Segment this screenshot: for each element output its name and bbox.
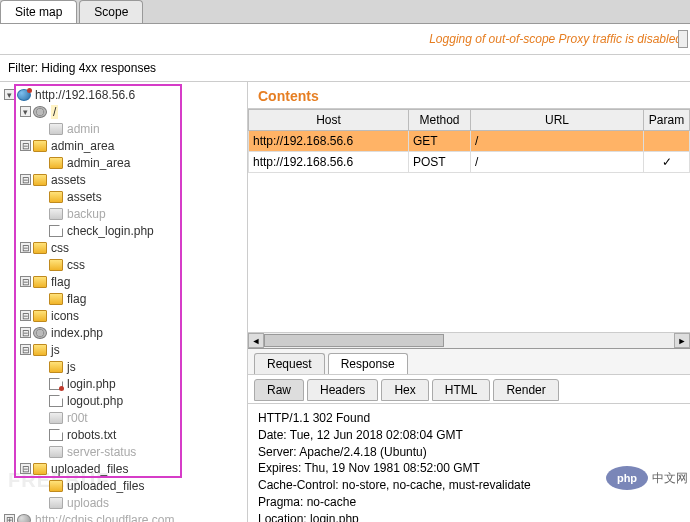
folder-icon: [49, 480, 63, 492]
tree-item[interactable]: ▾http://192.168.56.6: [4, 86, 247, 103]
tree-item[interactable]: robots.txt: [4, 426, 247, 443]
col-params[interactable]: Param: [644, 110, 690, 131]
tab-request[interactable]: Request: [254, 353, 325, 374]
tree-item[interactable]: server-status: [4, 443, 247, 460]
contents-title: Contents: [248, 82, 690, 109]
tree-toggle-spacer: [36, 412, 47, 423]
tree-item[interactable]: uploads: [4, 494, 247, 511]
filter-bar[interactable]: Filter: Hiding 4xx responses: [0, 55, 690, 82]
tree-item[interactable]: ⊟flag: [4, 273, 247, 290]
tree-toggle-spacer: [36, 446, 47, 457]
tree-toggle-icon[interactable]: ⊟: [20, 310, 31, 321]
tree-item[interactable]: ⊟assets: [4, 171, 247, 188]
cell-url: /: [471, 152, 644, 173]
tree-item[interactable]: ⊟js: [4, 341, 247, 358]
response-line: Server: Apache/2.4.18 (Ubuntu): [258, 444, 680, 461]
folder-icon: [49, 259, 63, 271]
banner-button[interactable]: [678, 30, 688, 48]
tree-toggle-spacer: [36, 361, 47, 372]
folder-icon: [33, 310, 47, 322]
tree-toggle-icon[interactable]: ⊟: [20, 174, 31, 185]
php-badge: php 中文网: [606, 466, 688, 490]
tree-item[interactable]: assets: [4, 188, 247, 205]
table-row[interactable]: http://192.168.56.6GET/: [249, 131, 690, 152]
file-icon: [49, 378, 63, 390]
tree-item[interactable]: admin_area: [4, 154, 247, 171]
tree-item[interactable]: ⊟index.php: [4, 324, 247, 341]
tree-toggle-spacer: [36, 293, 47, 304]
subtab-html[interactable]: HTML: [432, 379, 491, 401]
response-body[interactable]: HTTP/1.1 302 FoundDate: Tue, 12 Jun 2018…: [248, 403, 690, 522]
tab-response[interactable]: Response: [328, 353, 408, 374]
folder-icon: [33, 140, 47, 152]
tree-item[interactable]: uploaded_files: [4, 477, 247, 494]
cell-host: http://192.168.56.6: [249, 152, 409, 173]
tree-item[interactable]: backup: [4, 205, 247, 222]
tree-item[interactable]: r00t: [4, 409, 247, 426]
table-row[interactable]: http://192.168.56.6POST/✓: [249, 152, 690, 173]
tree-toggle-icon[interactable]: ⊟: [20, 276, 31, 287]
globe-icon: [17, 514, 31, 523]
response-line: HTTP/1.1 302 Found: [258, 410, 680, 427]
col-host[interactable]: Host: [249, 110, 409, 131]
globe-icon: [17, 89, 31, 101]
cell-params: ✓: [644, 152, 690, 173]
subtab-render[interactable]: Render: [493, 379, 558, 401]
scroll-thumb[interactable]: [264, 334, 444, 347]
scroll-left-button[interactable]: ◄: [248, 333, 264, 348]
tree-toggle-icon[interactable]: ⊟: [20, 327, 31, 338]
filter-label: Filter:: [8, 61, 38, 75]
file-icon: [49, 225, 63, 237]
subtab-raw[interactable]: Raw: [254, 379, 304, 401]
tree-item-label: flag: [51, 275, 70, 289]
tree-item-label: flag: [67, 292, 86, 306]
tree-item-label: index.php: [51, 326, 103, 340]
php-logo-icon: php: [606, 466, 648, 490]
php-badge-text: 中文网: [652, 470, 688, 487]
tree-item[interactable]: js: [4, 358, 247, 375]
tree-toggle-icon[interactable]: ⊟: [20, 242, 31, 253]
folder-icon: [33, 276, 47, 288]
tree-toggle-icon[interactable]: ▾: [20, 106, 31, 117]
col-url[interactable]: URL: [471, 110, 644, 131]
subtab-hex[interactable]: Hex: [381, 379, 428, 401]
tab-scope[interactable]: Scope: [79, 0, 143, 23]
tree-item-label: check_login.php: [67, 224, 154, 238]
folder-icon: [49, 191, 63, 203]
tree-item[interactable]: ⊟uploaded_files: [4, 460, 247, 477]
tree-item[interactable]: ⊟admin_area: [4, 137, 247, 154]
col-method[interactable]: Method: [409, 110, 471, 131]
tree-item[interactable]: ▾/: [4, 103, 247, 120]
right-panel: Contents Host Method URL Param http://19…: [248, 82, 690, 522]
tree-item-label: http://cdnjs.cloudflare.com: [35, 513, 174, 523]
tree-item-label: assets: [51, 173, 86, 187]
tree-toggle-icon[interactable]: ⊟: [20, 140, 31, 151]
tree-toggle-icon[interactable]: ⊟: [20, 344, 31, 355]
tree-toggle-icon[interactable]: ⊟: [20, 463, 31, 474]
tree-item[interactable]: check_login.php: [4, 222, 247, 239]
tree-item-label: /: [51, 105, 58, 119]
gear-icon: [33, 327, 47, 339]
contents-table: Host Method URL Param http://192.168.56.…: [248, 109, 690, 173]
horizontal-scrollbar[interactable]: ◄ ►: [248, 332, 690, 348]
cell-method: GET: [409, 131, 471, 152]
tree-item-label: uploads: [67, 496, 109, 510]
scroll-right-button[interactable]: ►: [674, 333, 690, 348]
tree-item[interactable]: admin: [4, 120, 247, 137]
tree-item[interactable]: css: [4, 256, 247, 273]
tree-item-label: r00t: [67, 411, 88, 425]
tree-toggle-icon[interactable]: ▾: [4, 89, 15, 100]
tree-item[interactable]: ⊟css: [4, 239, 247, 256]
scroll-track[interactable]: [264, 333, 674, 348]
tree-toggle-icon[interactable]: ⊞: [4, 514, 15, 522]
tree-item[interactable]: login.php: [4, 375, 247, 392]
tree-item[interactable]: ⊟icons: [4, 307, 247, 324]
tree-item-label: robots.txt: [67, 428, 116, 442]
tab-site-map[interactable]: Site map: [0, 0, 77, 23]
tree-item[interactable]: flag: [4, 290, 247, 307]
tree-item[interactable]: ⊞http://cdnjs.cloudflare.com: [4, 511, 247, 522]
tree-item-label: login.php: [67, 377, 116, 391]
tree-item[interactable]: logout.php: [4, 392, 247, 409]
tree-toggle-spacer: [36, 123, 47, 134]
subtab-headers[interactable]: Headers: [307, 379, 378, 401]
